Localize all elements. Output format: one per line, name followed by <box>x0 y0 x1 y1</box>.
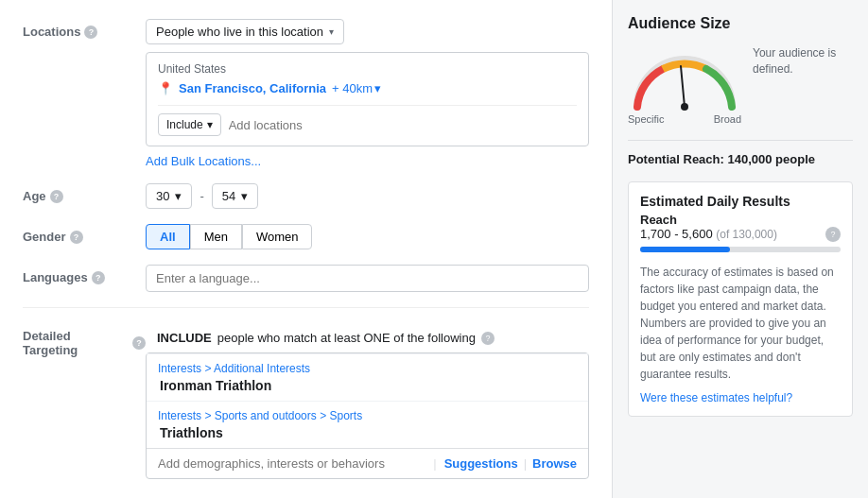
gender-all-button[interactable]: All <box>146 224 190 249</box>
suggestions-link[interactable]: Suggestions <box>444 456 518 471</box>
locations-content: People who live in this location ▾ Unite… <box>146 19 589 168</box>
targeting-item-1: Interests > Additional Interests Ironman… <box>147 353 588 401</box>
age-row: 30 ▾ - 54 ▾ <box>146 183 589 209</box>
pin-icon: 📍 <box>158 81 173 95</box>
estimated-description: The accuracy of estimates is based on fa… <box>640 264 841 383</box>
age-from-value: 30 <box>156 189 169 203</box>
svg-point-1 <box>681 103 688 111</box>
age-to-arrow-icon: ▾ <box>241 189 248 203</box>
specific-label: Specific <box>628 113 665 125</box>
gender-men-button[interactable]: Men <box>190 224 242 249</box>
audience-size-title: Audience Size <box>628 15 853 32</box>
targeting-description: INCLUDE people who match at least ONE of… <box>146 323 589 352</box>
section-divider <box>23 307 589 308</box>
sports-outdoors-link[interactable]: Sports and outdoors <box>215 409 317 422</box>
age-info-icon[interactable]: ? <box>50 190 63 203</box>
reach-bar-fill <box>640 247 730 252</box>
languages-info-icon[interactable]: ? <box>92 271 105 284</box>
targeting-info-icon[interactable]: ? <box>481 332 495 345</box>
location-type-label: People who live in this location <box>156 25 323 39</box>
reach-label: Reach <box>640 213 841 227</box>
estimated-section: Estimated Daily Results Reach 1,700 - 5,… <box>628 181 853 417</box>
add-locations-input[interactable] <box>229 118 577 132</box>
location-type-dropdown[interactable]: People who live in this location ▾ <box>146 19 344 44</box>
potential-reach: Potential Reach: 140,000 people <box>628 140 853 166</box>
age-from-dropdown[interactable]: 30 ▾ <box>146 183 192 209</box>
age-content: 30 ▾ - 54 ▾ <box>146 183 589 209</box>
interests-link-1[interactable]: Interests <box>158 362 201 375</box>
gender-info-icon[interactable]: ? <box>70 231 83 244</box>
reach-of: (of 130,000) <box>716 228 777 241</box>
targeting-name-1: Ironman Triathlon <box>158 378 577 393</box>
detailed-info-icon[interactable]: ? <box>132 336 146 350</box>
potential-reach-text: Potential Reach: <box>628 152 724 166</box>
location-box: United States 📍 San Francisco, Californi… <box>146 52 589 146</box>
right-panel: Audience Size <box>613 0 868 498</box>
location-country: United States <box>158 62 577 76</box>
age-to-value: 54 <box>222 189 235 203</box>
targeting-box: Interests > Additional Interests Ironman… <box>146 352 589 479</box>
gender-women-button[interactable]: Women <box>242 224 313 249</box>
dropdown-arrow-icon: ▾ <box>329 26 334 37</box>
locations-label: Locations ? <box>23 19 146 39</box>
age-to-dropdown[interactable]: 54 ▾ <box>212 183 258 209</box>
helpful-link[interactable]: Were these estimates helpful? <box>640 391 792 404</box>
include-dropdown[interactable]: Include ▾ <box>158 113 221 136</box>
age-dash: - <box>200 189 203 203</box>
location-radius[interactable]: + 40km ▾ <box>332 81 381 95</box>
location-city-name: San Francisco, California <box>179 81 326 95</box>
gauge-container: Specific Broad Your audience is defined. <box>628 45 853 125</box>
estimated-title: Estimated Daily Results <box>640 194 841 209</box>
gender-label: Gender ? <box>23 224 146 244</box>
reach-range: 1,700 - 5,600 <box>640 227 713 241</box>
browse-link[interactable]: Browse <box>532 456 577 471</box>
targeting-footer: | Suggestions | Browse <box>147 448 588 478</box>
reach-values: 1,700 - 5,600 (of 130,000) ? <box>640 227 841 241</box>
include-label: Include <box>166 118 203 131</box>
detailed-targeting-row: Detailed Targeting ? INCLUDE people who … <box>23 323 589 479</box>
targeting-breadcrumb-2[interactable]: Interests > Sports and outdoors > Sports <box>158 409 577 422</box>
languages-label: Languages ? <box>23 265 146 284</box>
interests-link-2[interactable]: Interests <box>158 409 201 422</box>
potential-reach-value: 140,000 people <box>727 152 815 166</box>
reach-info-icon[interactable]: ? <box>825 227 841 242</box>
gender-content: All Men Women <box>146 224 589 249</box>
reach-bar-background <box>640 247 841 252</box>
age-from-arrow-icon: ▾ <box>175 189 182 203</box>
svg-line-0 <box>681 66 685 107</box>
targeting-name-2: Triathlons <box>158 425 577 440</box>
detailed-targeting-content: INCLUDE people who match at least ONE of… <box>146 323 589 479</box>
include-arrow-icon: ▾ <box>207 118 213 131</box>
targeting-item-2: Interests > Sports and outdoors > Sports… <box>147 401 588 448</box>
age-label: Age ? <box>23 183 146 203</box>
language-input[interactable] <box>146 265 589 292</box>
radius-arrow-icon: ▾ <box>374 81 381 95</box>
gauge-labels: Specific Broad <box>628 113 741 125</box>
gender-options: All Men Women <box>146 224 589 249</box>
sports-link[interactable]: Sports <box>329 409 362 422</box>
audience-defined-text: Your audience is defined. <box>753 45 836 77</box>
gauge-wrap: Specific Broad <box>628 45 741 125</box>
gauge-visual <box>628 45 741 112</box>
locations-info-icon[interactable]: ? <box>84 26 97 39</box>
targeting-description-text: people who match at least ONE of the fol… <box>217 331 476 345</box>
detailed-targeting-label: Detailed Targeting ? <box>23 323 146 357</box>
location-city-row: 📍 San Francisco, California + 40km ▾ <box>158 81 577 95</box>
add-bulk-locations-link[interactable]: Add Bulk Locations... <box>146 154 261 168</box>
broad-label: Broad <box>714 113 741 125</box>
languages-content <box>146 265 589 292</box>
targeting-breadcrumb-1[interactable]: Interests > Additional Interests <box>158 362 577 375</box>
footer-divider: | <box>433 456 436 471</box>
add-targeting-input[interactable] <box>158 456 425 471</box>
additional-interests-link[interactable]: Additional Interests <box>214 362 310 375</box>
include-row: Include ▾ <box>158 105 577 136</box>
include-keyword: INCLUDE <box>157 331 212 345</box>
gauge-svg <box>628 45 741 112</box>
